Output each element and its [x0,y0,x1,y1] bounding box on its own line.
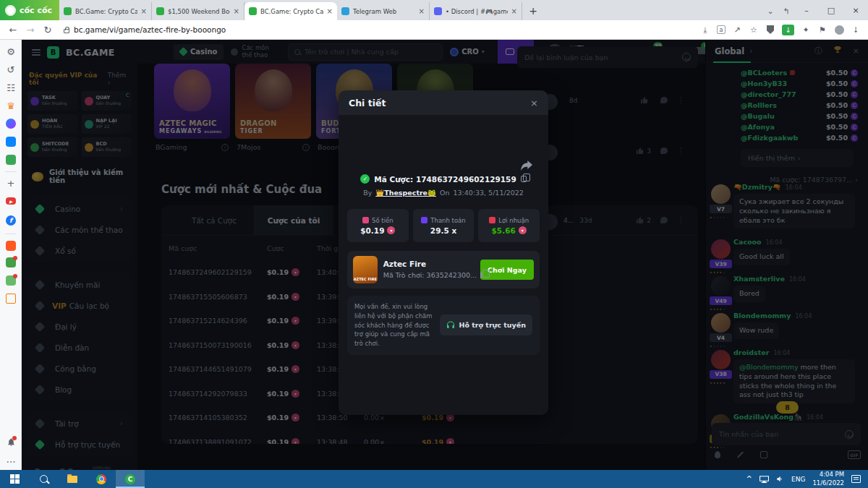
tab-close-icon[interactable]: × [141,7,147,15]
rewards-app-icon[interactable] [5,257,17,268]
shopee-icon[interactable] [5,275,17,286]
new-tab-button[interactable]: + [525,3,541,19]
settings-gear-icon[interactable]: ⚙ [5,46,17,57]
messenger-icon[interactable] [5,118,17,129]
address-bar: ← → ↻ bc.game/vi/game/aztec-fire-by-booo… [0,20,868,40]
stat-card: Thanh toán 29.5 x▾ [413,209,475,242]
tab-close-icon[interactable]: × [511,7,517,15]
reload-button[interactable]: ↻ [42,25,54,35]
tray-time: 4:04 PM [812,471,844,479]
share-icon[interactable] [521,160,532,174]
start-button[interactable] [0,470,29,488]
cart-icon[interactable] [5,293,17,304]
coccoc-brand[interactable]: cốc cốc [0,0,59,20]
coccoc-download-icon[interactable]: ↓ [782,25,794,35]
network-icon[interactable] [760,472,769,486]
stat-icon [421,217,427,223]
modal-title: Chi tiết [349,98,530,108]
tab-favicon [434,7,442,15]
shopping-app-icon[interactable] [5,240,17,252]
coccoc-brand-name: cốc cốc [20,6,52,15]
notifications-bell-icon[interactable] [5,436,17,448]
browser-tab[interactable]: Telegram Web × [337,2,430,20]
profile-avatar-icon[interactable] [834,25,844,35]
system-tray: ^ ENG 4:04 PM 11/6/2022 [746,471,868,487]
tab-search-button[interactable]: ⌄ [762,2,778,20]
volume-icon[interactable] [776,472,784,486]
share-icon[interactable]: ↗ [732,25,742,35]
tab-title: Telegram Web [353,8,415,15]
back-button[interactable]: ← [7,25,19,35]
forward-button[interactable]: → [25,25,36,35]
save-page-icon[interactable]: ⤓ [700,25,710,35]
stat-label: Số tiền [372,217,393,224]
url-text[interactable]: bc.game/vi/game/aztec-fire-by-booongo [74,25,226,34]
translate-icon[interactable]: a [717,25,726,34]
zalo-icon[interactable] [5,136,17,147]
action-center-icon[interactable] [851,475,861,483]
taskbar-search-button[interactable] [29,470,58,488]
browser-tab[interactable]: • Discord | #🎮games | BC G × [430,2,522,20]
copy-icon[interactable] [480,272,482,278]
tab-favicon [249,7,257,15]
tab-title: BC.Game: Crypto Casino Gam [75,8,137,15]
shield-icon[interactable] [765,25,775,35]
windows-taskbar: C ^ ENG 4:04 PM 11/6/2022 [0,470,868,488]
recent-tabs-button[interactable]: ↰ [778,2,794,20]
tab-strip: BC.Game: Crypto Casino Gam × $1,500 Week… [59,2,522,20]
clock[interactable]: 4:04 PM 11/6/2022 [812,471,844,487]
live-support-button[interactable]: Hỗ trợ trực tuyến [440,314,532,335]
bookmark-star-icon[interactable]: ☆ [749,25,759,35]
bettor-username[interactable]: 👑Thespectre🐸 [375,189,436,197]
token-icon: ▾ [519,226,527,234]
tab-close-icon[interactable]: × [234,7,239,15]
bet-datetime: 13:40:33, 5/11/2022 [453,189,523,197]
tab-title: $1,500 Weekend Booongo M [168,8,230,15]
support-note: Mọi vấn đề, xin vui lòng liên hệ với bộ … [347,296,540,355]
coccoc-taskbar-button[interactable]: C [116,470,145,488]
bcgame-page: B BC.GAME Đặc quyền VIP của tôi Thêm › T… [22,40,868,470]
stat-value: $5.66 [492,226,516,235]
extensions-icon[interactable]: ✦ [801,25,811,35]
tab-close-icon[interactable]: × [419,7,425,15]
history-icon[interactable]: ↺ [5,64,17,75]
game-thumbnail[interactable]: AZTEC FIRE [353,256,378,283]
browser-tab[interactable]: $1,500 Weekend Booongo M × [152,2,244,20]
browser-tab-bar: cốc cốc BC.Game: Crypto Casino Gam × $1,… [0,0,868,20]
stat-icon [362,217,369,223]
copy-icon[interactable] [521,176,527,182]
vip-crown-icon[interactable]: ♛ [5,100,17,111]
add-shortcut-icon[interactable]: + [5,177,17,189]
chrome-button[interactable] [87,470,116,488]
window-maximize-button[interactable]: □ [819,0,843,20]
language-indicator[interactable]: ENG [791,476,805,483]
tab-close-icon[interactable]: × [327,7,333,15]
stat-value: 29.5 x [430,226,456,235]
tab-favicon [341,7,349,15]
tray-expand-icon[interactable]: ^ [746,475,752,483]
stat-value: $0.19 [360,226,384,235]
browser-tab[interactable]: BC.Game: Crypto Casino Gam × [59,2,152,20]
tab-favicon [156,7,164,15]
games-icon[interactable] [5,154,17,166]
site-lock-icon[interactable] [64,29,69,33]
bet-stats: Số tiền $0.19▾ Thanh toán 29.5 x▾ Lợi nh… [347,209,540,242]
window-close-button[interactable]: × [843,0,868,20]
facebook-icon[interactable]: f [5,215,17,226]
modal-close-icon[interactable]: × [530,98,538,108]
on-label: On [440,189,450,197]
by-label: By [363,189,372,197]
tray-date: 11/6/2022 [812,479,844,487]
flag-icon[interactable]: ⚑ [817,25,827,35]
browser-tab[interactable]: BC.Game: Crypto Casino Gan × [244,2,337,20]
url-box[interactable]: bc.game/vi/game/aztec-fire-by-booongo [59,25,694,34]
window-minimize-button[interactable]: – [794,0,819,20]
coccoc-logo-icon [5,5,16,16]
file-explorer-button[interactable] [58,470,87,488]
newsfeed-icon[interactable]: ☷ [5,82,17,93]
downloads-tray-icon[interactable]: ⭣ [851,25,861,35]
more-icon[interactable]: ⋯ [5,455,17,467]
youtube-icon[interactable]: ▶ [5,195,17,207]
game-name[interactable]: Aztec Fire [383,259,475,270]
stat-card: Lợi nhuận $5.66▾ [478,209,540,242]
